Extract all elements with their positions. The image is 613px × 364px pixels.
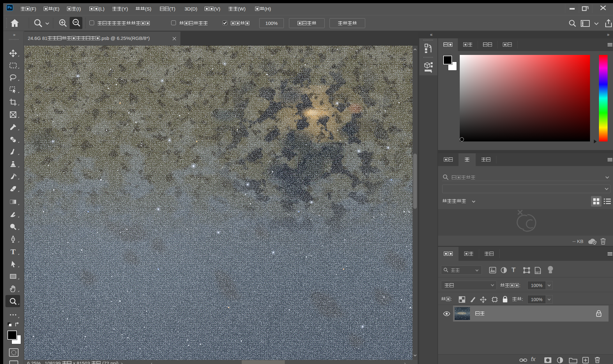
svg-text:T: T	[11, 248, 16, 255]
